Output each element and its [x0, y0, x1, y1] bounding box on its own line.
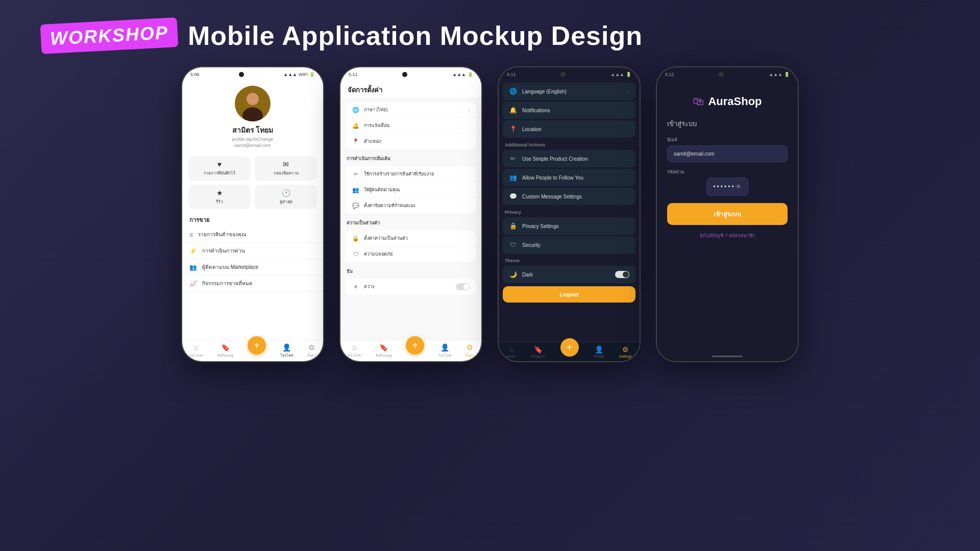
section4-title: ธีม	[340, 265, 481, 276]
lightning-icon: ⚡	[189, 247, 197, 255]
dark-language[interactable]: 🌐 Language (English) ›	[503, 83, 635, 100]
phone4-screen: 🛍 AuraShop เข้าสู่ระบบ อีเมล์ samit@emai…	[657, 80, 798, 351]
action-wishlist[interactable]: ♥ รายการที่บันทึกไว้	[188, 156, 251, 181]
dark-theme-title: Theme	[499, 255, 640, 264]
dark-notifications[interactable]: 🔔 Notifications	[503, 102, 635, 119]
nav-home[interactable]: ⌂ หน้าหลัก	[189, 343, 203, 358]
dark-security[interactable]: 🛡 Security	[503, 236, 635, 254]
nav3-home-label: Home	[506, 355, 516, 358]
chevron-right-icon: ›	[469, 107, 470, 113]
header: WORKSHOP Mobile Application Mockup Desig…	[0, 0, 980, 61]
menu-quick-actions[interactable]: ⚡ การดำเนินการด่วน	[182, 243, 323, 259]
action-recent[interactable]: 🕐 ดูล่าสุด	[255, 185, 317, 209]
sun-icon: ☀	[352, 284, 360, 290]
language-icon: 🌐	[352, 107, 360, 113]
phone4-status-icons: ▲▲▲ 🔋	[769, 72, 790, 77]
signal-icon: ▲▲▲	[769, 72, 782, 77]
action-reviews[interactable]: ★ รีวิว	[188, 185, 251, 209]
settings-section-1: 🌐 ภาษา (ไทย) › 🔔 การแจ้งเตือน 📍 ตำแหน่ง	[346, 102, 476, 149]
bell-icon: 🔔	[509, 107, 517, 114]
settings-privacy[interactable]: 🔒 ตั้งค่าความเป็นส่วนตัว	[346, 231, 476, 246]
add-button[interactable]: +	[248, 336, 266, 355]
profile-sub1: profile.tapToChange	[232, 137, 274, 142]
signal-icon: ▲▲▲	[610, 72, 624, 77]
nav-profile[interactable]: 👤 โปรไฟล์	[280, 343, 293, 358]
nav-home-label: หน้าหลัก	[189, 353, 203, 358]
action-reviews-label: รีวิว	[216, 198, 223, 205]
nav3-add[interactable]: +	[560, 345, 579, 358]
dark-notifications-label: Notifications	[522, 108, 550, 113]
profile-icon: 👤	[440, 343, 449, 352]
action-messages[interactable]: ✉ กล่องข้อความ	[255, 156, 317, 181]
add-button[interactable]: +	[560, 338, 579, 357]
nav2-home[interactable]: ⌂ หน้าหลัก	[348, 343, 361, 358]
menu-products[interactable]: ≡ รายการสินค้าของคุณ	[182, 227, 323, 243]
menu-followers[interactable]: 👥 ผู้ติดตามบน Marketplace	[182, 259, 323, 276]
nav3-profile[interactable]: 👤 Profile	[594, 345, 604, 358]
nav-settings[interactable]: ⚙ ตั้งค่า	[307, 343, 316, 358]
toggle-knob	[623, 271, 629, 278]
dark-privacy-settings[interactable]: 🔒 Privacy Settings	[503, 217, 635, 235]
heart-icon: ♥	[217, 160, 222, 168]
dark-location[interactable]: 📍 Location	[503, 120, 635, 138]
chart-icon: 📈	[189, 280, 197, 287]
phone3-time: 5:11	[507, 72, 516, 77]
login-button[interactable]: เข้าสู่ระบบ	[667, 203, 788, 225]
logout-button[interactable]: Logout	[503, 286, 635, 303]
settings-follow[interactable]: 👥 ให้ผู้คนติดตามคุณ	[346, 182, 476, 198]
location-label: ตำแหน่ง	[364, 138, 381, 145]
nav-add[interactable]: +	[248, 343, 266, 358]
settings-language[interactable]: 🌐 ภาษา (ไทย) ›	[346, 102, 476, 118]
nav2-add[interactable]: +	[406, 343, 424, 358]
register-text: ยังไม่มีบัญชี ?	[700, 233, 727, 238]
moon-icon: 🌙	[509, 271, 517, 278]
nav3-home[interactable]: ⌂ Home	[506, 345, 516, 358]
email-field[interactable]: samit@email.com	[667, 145, 788, 162]
dark-custom-msg[interactable]: 💬 Custom Message Settings	[503, 188, 635, 205]
phone4-camera	[719, 72, 724, 77]
dark-privacy-settings-label: Privacy Settings	[522, 223, 559, 229]
eye-icon[interactable]: 👁	[736, 183, 742, 190]
lock-icon: 🔒	[352, 235, 360, 242]
dark-follow[interactable]: 👥 Allow People to Follow You	[503, 169, 635, 186]
settings-notifications[interactable]: 🔔 การแจ้งเตือน	[346, 118, 476, 134]
menu-products-label: รายการสินค้าของคุณ	[198, 231, 246, 238]
nav-saved[interactable]: 🔖 สิ่งที่จองอยู่	[217, 343, 233, 358]
shield-icon: 🛡	[352, 251, 360, 257]
theme-toggle[interactable]	[456, 283, 470, 290]
dark-theme[interactable]: 🌙 Dark	[503, 266, 635, 283]
nav2-saved-label: สิ่งที่จองอยู่	[376, 353, 391, 358]
mail-icon: ✉	[283, 160, 289, 168]
dark-theme-toggle[interactable]	[615, 271, 629, 278]
gear-icon: ⚙	[467, 343, 473, 352]
phone2-status-icons: ▲▲▲ 🔋	[452, 72, 473, 77]
phone1-time: 5:06	[190, 72, 200, 77]
nav3-products[interactable]: 🔖 Products	[531, 345, 545, 358]
settings-location[interactable]: 📍 ตำแหน่ง	[346, 134, 476, 149]
settings-theme[interactable]: ☀ สว่าง	[346, 279, 476, 294]
settings-create[interactable]: ✏ ใช้การสร้างรายการสินค้าที่เรียบง่าย	[346, 166, 476, 182]
people-icon: 👥	[189, 264, 197, 271]
settings-section-2: ✏ ใช้การสร้างรายการสินค้าที่เรียบง่าย 👥 …	[346, 166, 476, 213]
bookmark-icon: 🔖	[221, 343, 230, 352]
nav2-profile[interactable]: 👤 โปรไฟล์	[438, 343, 451, 358]
dark-product-creation[interactable]: ✏ Use Simple Product Creation	[503, 150, 635, 167]
chevron-right-icon: ›	[628, 89, 629, 94]
bell-icon: 🔔	[352, 122, 360, 129]
nav2-saved[interactable]: 🔖 สิ่งที่จองอยู่	[376, 343, 391, 358]
star-icon: ★	[216, 189, 223, 197]
settings-security[interactable]: 🛡 ความปลอดภัย	[346, 246, 476, 262]
profile-name: สามิตร โทยม	[232, 124, 274, 136]
menu-activities[interactable]: 📈 กิจกรรมการขายที่หมด	[182, 276, 323, 292]
password-field[interactable]: •••••• 👁	[706, 178, 748, 196]
nav3-settings[interactable]: ⚙ Settings	[619, 345, 632, 358]
nav-settings-label: ตั้งค่า	[307, 353, 316, 358]
phone-4-login: 5:12 ▲▲▲ 🔋 🛍 AuraShop เข้าสู่ระบบ อีเมล์…	[656, 66, 799, 362]
settings-msg[interactable]: 💬 ตั้งค่าข้อความที่กำหนดเอง	[346, 198, 476, 213]
nav2-settings[interactable]: ⚙ ตั้งค่า	[465, 343, 474, 358]
nav2-home-label: หน้าหลัก	[348, 353, 361, 358]
plus-icon: +	[567, 342, 573, 354]
settings-title: จัดการตั้งค่า	[340, 80, 481, 99]
register-action[interactable]: สมัครสมาชิก	[729, 233, 755, 238]
add-button[interactable]: +	[406, 336, 424, 355]
